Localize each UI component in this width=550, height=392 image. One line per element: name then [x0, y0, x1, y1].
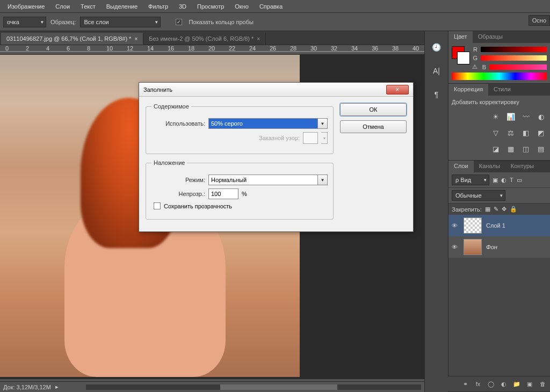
lock-all-icon[interactable]: 🔒: [510, 206, 517, 213]
tab-swatches[interactable]: Образцы: [473, 31, 508, 43]
brightness-icon[interactable]: ☀: [491, 112, 501, 121]
balance-icon[interactable]: ⚖: [506, 128, 516, 137]
svg-text:0: 0: [5, 45, 9, 52]
blending-legend: Наложение: [151, 159, 187, 166]
lock-pixels-icon[interactable]: ▦: [485, 206, 490, 213]
filter-type-icon[interactable]: T: [510, 177, 513, 183]
opacity-unit: %: [242, 191, 247, 197]
posterize-icon[interactable]: ▦: [506, 144, 516, 154]
svg-text:18: 18: [188, 45, 194, 52]
invert-icon[interactable]: ◪: [491, 144, 501, 154]
document-tab-1[interactable]: 03110496827.jpg @ 66,7% (Слой 1, RGB/8#)…: [1, 33, 143, 45]
r-label: R: [472, 46, 477, 53]
layers-panel: Слои Каналы Контуры ρ Вид ▣ ◐ T ▭ Обычны…: [448, 161, 550, 392]
svg-text:2: 2: [26, 45, 29, 52]
filter-adjust-icon[interactable]: ◐: [501, 177, 506, 184]
menu-select[interactable]: Выделение: [101, 1, 143, 12]
paragraph-icon[interactable]: ¶: [431, 89, 442, 100]
svg-text:20: 20: [208, 45, 215, 52]
cancel-button[interactable]: Отмена: [340, 120, 407, 133]
tab-corrections[interactable]: Коррекция: [448, 84, 488, 96]
layer-name[interactable]: Слой 1: [486, 222, 505, 229]
menu-filter[interactable]: Фильтр: [143, 1, 173, 12]
link-icon[interactable]: ⚭: [461, 380, 469, 388]
group-icon[interactable]: 📁: [512, 380, 521, 388]
menu-bar: Изображение Слои Текст Выделение Фильтр …: [0, 0, 550, 13]
show-ring-checkbox[interactable]: [176, 19, 182, 25]
tab-channels[interactable]: Каналы: [474, 161, 505, 172]
close-icon[interactable]: ×: [257, 36, 260, 42]
photo-filter-icon[interactable]: ◩: [536, 128, 546, 137]
tool-preset-dropdown[interactable]: очка: [3, 17, 46, 27]
curves-icon[interactable]: 〰: [521, 112, 531, 121]
visibility-icon[interactable]: 👁: [452, 222, 459, 229]
exposure-icon[interactable]: ◐: [536, 112, 546, 121]
svg-text:34: 34: [351, 45, 358, 52]
status-arrow-icon[interactable]: ▸: [55, 383, 59, 390]
gradient-map-icon[interactable]: ▤: [536, 144, 546, 154]
preserve-transparency-checkbox[interactable]: [154, 202, 161, 209]
menu-view[interactable]: Просмотр: [192, 1, 229, 12]
layer-name[interactable]: Фон: [486, 244, 497, 250]
menu-3d[interactable]: 3D: [173, 1, 192, 12]
filter-pixel-icon[interactable]: ▣: [493, 177, 498, 184]
collapsed-panel-strip: 🕘 A| ¶: [425, 31, 448, 392]
trash-icon[interactable]: 🗑: [538, 380, 547, 388]
lock-brush-icon[interactable]: ✎: [494, 206, 498, 213]
mode-select[interactable]: Нормальный▼: [208, 175, 328, 185]
g-slider[interactable]: [481, 55, 547, 61]
tab-color[interactable]: Цвет: [448, 31, 473, 43]
adjustment-layer-icon[interactable]: ◐: [500, 380, 508, 388]
menu-layers[interactable]: Слои: [50, 1, 75, 12]
close-icon[interactable]: ×: [134, 36, 138, 42]
layer-row-1[interactable]: 👁 Слой 1: [448, 215, 550, 236]
layer-row-bg[interactable]: 👁 Фон: [448, 236, 550, 258]
b-slider[interactable]: [489, 64, 547, 70]
ok-button[interactable]: ОК: [340, 103, 407, 116]
tab-paths[interactable]: Контуры: [505, 161, 539, 172]
document-tab-2[interactable]: Без имени-2 @ 50% (Слой 6, RGB/8) * ×: [143, 33, 266, 45]
dialog-titlebar[interactable]: Заполнить ✕: [139, 83, 413, 97]
g-label: G: [472, 55, 477, 61]
opacity-input[interactable]: [208, 188, 238, 199]
menu-text[interactable]: Текст: [75, 1, 101, 12]
svg-text:10: 10: [106, 45, 113, 52]
svg-text:24: 24: [249, 45, 256, 52]
tab-styles[interactable]: Стили: [488, 84, 516, 96]
filter-shape-icon[interactable]: ▭: [517, 177, 522, 184]
menu-help[interactable]: Справка: [254, 1, 288, 12]
layer-thumbnail[interactable]: [464, 239, 482, 255]
fx-icon[interactable]: fx: [474, 380, 482, 388]
pattern-dropdown-arrow: ▾: [321, 132, 328, 144]
tab-layers[interactable]: Слои: [448, 161, 474, 172]
r-slider[interactable]: [481, 47, 547, 52]
levels-icon[interactable]: 📊: [506, 112, 516, 121]
sample-dropdown[interactable]: Все слои: [80, 17, 161, 27]
dialog-close-button[interactable]: ✕: [386, 85, 409, 95]
new-layer-icon[interactable]: ▣: [525, 380, 534, 388]
horizontal-scrollbar[interactable]: [86, 384, 421, 390]
vibrance-icon[interactable]: ▽: [491, 128, 501, 137]
svg-text:22: 22: [229, 45, 235, 52]
color-spectrum[interactable]: [452, 72, 547, 80]
svg-text:32: 32: [331, 45, 337, 52]
pattern-label: Заказной узор:: [259, 135, 300, 141]
threshold-icon[interactable]: ◫: [521, 144, 531, 154]
use-select[interactable]: 50% серого▼: [208, 118, 328, 129]
svg-text:6: 6: [67, 45, 70, 52]
layers-footer: ⚭ fx ◯ ◐ 📁 ▣ 🗑: [448, 376, 550, 391]
history-icon[interactable]: 🕘: [431, 42, 442, 53]
layer-thumbnail[interactable]: [464, 217, 482, 234]
layer-filter-dropdown[interactable]: ρ Вид: [452, 175, 489, 185]
blend-mode-dropdown[interactable]: Обычные: [452, 190, 505, 201]
background-swatch[interactable]: [457, 52, 470, 64]
mask-icon[interactable]: ◯: [487, 380, 495, 388]
menu-window[interactable]: Окно: [229, 1, 254, 12]
b-label: B: [481, 64, 486, 70]
menu-image[interactable]: Изображение: [2, 1, 50, 12]
bw-icon[interactable]: ◧: [521, 128, 531, 137]
workspace-button[interactable]: Осно: [529, 15, 550, 26]
character-icon[interactable]: A|: [431, 66, 442, 76]
lock-move-icon[interactable]: ✥: [502, 206, 506, 213]
visibility-icon[interactable]: 👁: [452, 244, 459, 250]
